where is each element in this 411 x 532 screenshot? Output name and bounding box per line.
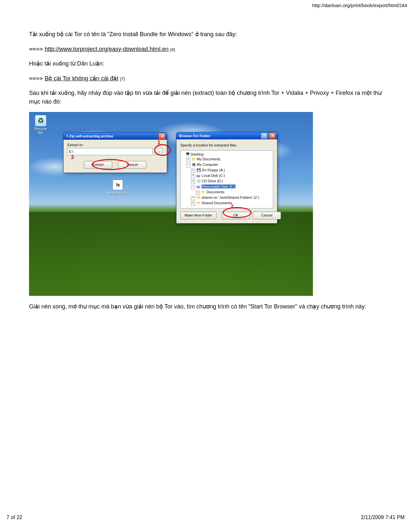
close-icon[interactable]: ✕: [269, 133, 276, 139]
tree-item[interactable]: +📁shared on '.host\Shared Folders' (Z:): [181, 195, 272, 201]
annotation-2: 2: [231, 204, 234, 209]
arrow-2: ==>>: [29, 75, 43, 82]
recycle-bin-label: Recycle Bin: [32, 127, 49, 135]
seven-zip-window: 7-Zip self-extracting archive ✕ Extract …: [63, 132, 167, 173]
cancel-button[interactable]: Cancel: [118, 161, 146, 169]
seven-zip-glyph: 7z: [113, 180, 123, 190]
tree-item[interactable]: +💾3½ Floppy (A:): [181, 168, 272, 173]
help-icon[interactable]: ?: [261, 133, 268, 139]
seven-zip-titlebar[interactable]: 7-Zip self-extracting archive ✕: [64, 133, 167, 140]
tor-archive-label: tor-im-brow...: [106, 191, 129, 195]
tree-item[interactable]: +🖴Local Disk (C:): [181, 173, 272, 179]
tree-item[interactable]: +💿CD Drive (D:): [181, 179, 272, 184]
recycle-glyph: ♻: [35, 115, 46, 126]
download-link-2[interactable]: Bộ cài Tor không cần cài đặt: [45, 75, 118, 82]
paragraph-2: Hoặc tải xuống từ Dân Luận:: [29, 59, 382, 68]
folder-tree[interactable]: 🖥️Desktop+📁My Documents−💻My Computer+💾3½…: [180, 150, 273, 208]
paragraph-4: Giải nén xong, mở thư mục mà bạn vừa giả…: [29, 302, 382, 311]
make-new-folder-button[interactable]: Make New Folder: [180, 212, 216, 219]
browse-folder-message: Specify a location for extracted files.: [180, 143, 273, 147]
screenshot-desktop: ♻ Recycle Bin 7z tor-im-brow... 7-Zip se…: [29, 112, 313, 296]
extract-to-label: Extract to:: [67, 143, 163, 147]
browse-button[interactable]: ...: [155, 148, 163, 155]
extract-path-input[interactable]: [67, 148, 153, 155]
tree-item[interactable]: −💻My Computer: [181, 162, 272, 168]
tree-item[interactable]: +📁My Documents: [181, 157, 272, 162]
seven-zip-title: 7-Zip self-extracting archive: [66, 134, 157, 138]
recycle-bin-icon[interactable]: ♻ Recycle Bin: [32, 115, 49, 135]
ok-button[interactable]: OK: [222, 212, 250, 219]
print-url: http://danluan.org/print/book/export/htm…: [0, 3, 407, 8]
close-icon[interactable]: ✕: [158, 133, 165, 139]
ref-7: [7]: [120, 76, 125, 81]
browse-folder-title: Browse For Folder: [179, 134, 260, 138]
browse-folder-titlebar[interactable]: Browse For Folder ? ✕: [176, 132, 277, 139]
annotation-1: 1: [157, 140, 160, 146]
extract-button[interactable]: Extract: [84, 161, 112, 169]
print-date: 2/11/2009 7:41 PM: [361, 515, 405, 520]
paragraph-1: Tải xuống bộ cài Tor có tên là "Zero Ins…: [29, 30, 382, 39]
tree-item[interactable]: 🖥️Desktop: [181, 152, 272, 157]
annotation-3: 3: [71, 155, 74, 160]
page-number: 7 of 22: [6, 515, 22, 520]
paragraph-3: Sau khi tải xuống, hãy nháy đúp vào tập …: [29, 89, 382, 106]
browse-folder-window: Browse For Folder ? ✕ Specify a location…: [176, 132, 277, 224]
tree-item[interactable]: +📁Documents: [181, 190, 272, 195]
tree-item[interactable]: +📁Shared Documents: [181, 201, 272, 206]
download-link-1[interactable]: http://www.torproject.org/easy-download.…: [45, 46, 168, 52]
ref-4: [4]: [170, 47, 175, 52]
tree-item[interactable]: −🖴Removable Disk (E:): [181, 184, 272, 190]
arrow-1: ==>>: [29, 45, 43, 52]
cancel-button[interactable]: Cancel: [253, 212, 281, 219]
tor-archive-icon[interactable]: 7z tor-im-brow...: [106, 180, 129, 195]
